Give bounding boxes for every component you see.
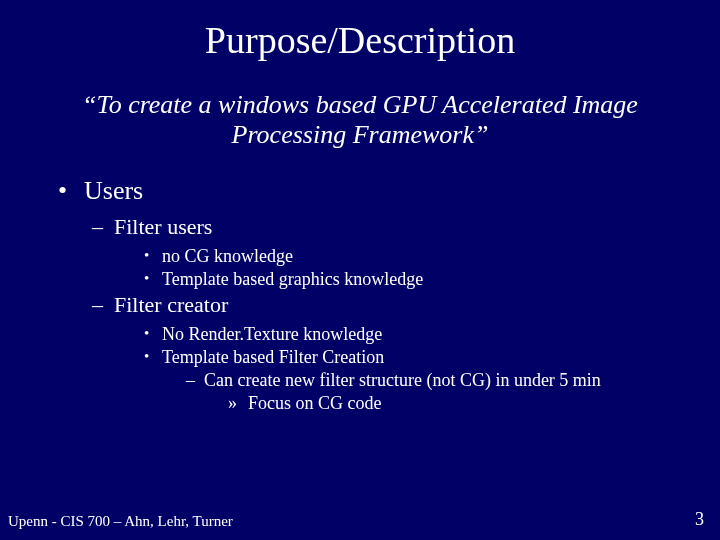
bullet-template-filter: Template based Filter Creation (144, 347, 720, 368)
slide-quote: “To create a windows based GPU Accelerat… (0, 72, 720, 162)
slide-body: Users Filter users no CG knowledge Templ… (0, 162, 720, 414)
page-number: 3 (695, 509, 704, 530)
bullet-template-graphics: Template based graphics knowledge (144, 269, 720, 290)
bullet-no-cg: no CG knowledge (144, 246, 720, 267)
footer-text: Upenn - CIS 700 – Ahn, Lehr, Turner (8, 513, 233, 530)
bullet-filter-users: Filter users (92, 214, 720, 240)
bullet-can-create: Can create new filter structure (not CG)… (186, 370, 720, 391)
bullet-filter-creator: Filter creator (92, 292, 720, 318)
slide-title: Purpose/Description (0, 0, 720, 72)
bullet-no-render: No Render.Texture knowledge (144, 324, 720, 345)
bullet-focus: Focus on CG code (228, 393, 720, 414)
bullet-users: Users (58, 176, 720, 206)
